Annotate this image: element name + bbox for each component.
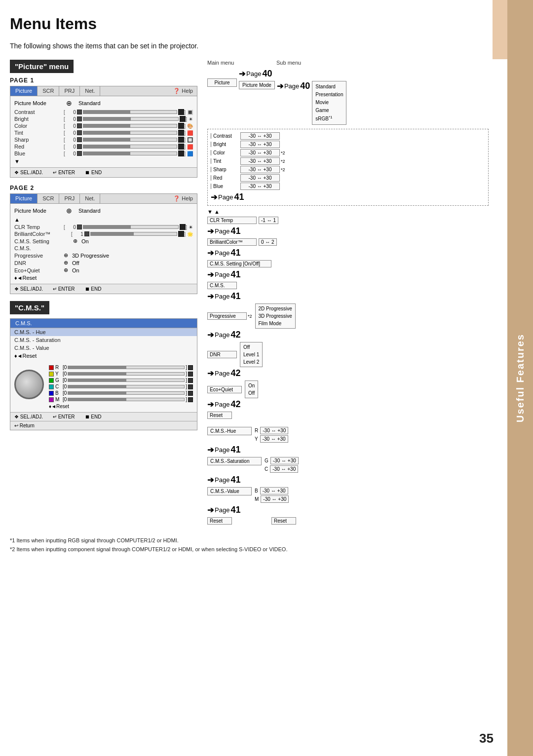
footer-enter-p1: ↵ ENTER: [53, 170, 75, 175]
picture-mode-label-p1: Picture Mode: [14, 100, 64, 106]
diag-sharp-row: Sharp -30 ↔ +30 *2: [211, 166, 485, 173]
tab-picture-p2[interactable]: Picture: [10, 194, 38, 203]
menu-footer-p2: ❖ SEL./ADJ. ↵ ENTER ⏹ END: [10, 284, 197, 294]
menu-row-bright: Bright [ 0 ] ☀: [14, 116, 193, 122]
menu-tab-bar-p1: Picture SCR PRJ Net. ❓ Help: [10, 86, 197, 96]
contrast-group-dashed: Contrast -30 ↔ +30 Bright -30 ↔ +30 Colo…: [207, 129, 489, 206]
tint-slider[interactable]: [77, 130, 184, 136]
cms-reset-label: ♦◄Reset: [10, 352, 197, 362]
tab-prj-p2[interactable]: PRJ: [59, 194, 80, 203]
cms-reset-box: Reset: [207, 517, 232, 525]
cms-diag-row: C.M.S.: [207, 282, 489, 289]
cms-reset-bottom: ♦◄Reset: [49, 404, 193, 409]
menu-row-tint: Tint [ 0 ] 🟥: [14, 130, 193, 136]
sharp-range: -30 ↔ +30: [240, 166, 280, 173]
progressive-label-box: Progressive: [207, 312, 247, 320]
picture-menu-page1-box: Picture SCR PRJ Net. ❓ Help Picture Mode…: [10, 86, 197, 178]
red-slider[interactable]: [77, 144, 184, 150]
cms-hue-label: C.M.S.-Hue: [207, 427, 252, 435]
cms-slider-b: B [ 0 ]: [49, 390, 193, 396]
menu-row-sharp: Sharp [ 0 ] 🔲: [14, 137, 193, 143]
tab-picture-p1[interactable]: Picture: [10, 86, 38, 96]
color-swatch-y: [49, 372, 54, 377]
useful-features-tab: Useful Features: [507, 0, 533, 756]
two-column-layout: "Picture" menu PAGE 1 Picture SCR PRJ Ne…: [10, 60, 489, 527]
color-swatch-g: [49, 378, 54, 383]
intro-text: The following shows the items that can b…: [10, 42, 489, 50]
sub-menu-label: Sub menu: [276, 60, 301, 66]
top-accent-bar: [493, 0, 507, 59]
reset-diag-row: Reset: [207, 412, 489, 419]
blue-range: -30 ↔ +30: [240, 183, 280, 190]
progressive-sub-items: 2D Progressive 3D Progressive Film Mode: [255, 303, 296, 329]
picture-mode-row-p2: Picture Mode ⊕ Standard: [14, 207, 193, 215]
diag-red-row: Red -30 ↔ +30: [211, 174, 485, 182]
page41-brilliant-row: ➔ Page 41: [207, 248, 489, 258]
bright-slider[interactable]: [77, 116, 186, 122]
cms-footer: ❖ SEL./ADJ. ↵ ENTER ⏹ END: [10, 412, 197, 421]
cms-diagram-area: C.M.S.-Hue R -30 ↔ +30 Y -30 ↔ +30 ➔: [207, 427, 489, 525]
blue-slider[interactable]: [77, 151, 184, 156]
color-range: -30 ↔ +30: [240, 149, 280, 156]
menu-row-contrast: Contrast [ 0 ] 🔳: [14, 109, 193, 115]
page41-cmsval-row: ➔ Page 41: [207, 505, 489, 515]
contrast-slider[interactable]: [77, 109, 184, 115]
color-swatch-b: [49, 391, 54, 396]
page40-row: ➔ Page 40: [239, 69, 272, 79]
contrast-label: Contrast: [14, 109, 64, 115]
picture-mode-diag: Picture Mode ➔ Page 40 Standard Presenta…: [239, 81, 346, 125]
contrast-range: -30 ↔ +30: [240, 132, 280, 140]
sharp-slider[interactable]: [77, 137, 184, 143]
cms-val-m-range: -30 ↔ +30: [261, 495, 289, 503]
color-swatch-c: [49, 384, 54, 389]
dnr-label-box: DNR: [207, 351, 237, 358]
page-number: 35: [479, 731, 494, 746]
diag-blue-row: Blue -30 ↔ +30: [211, 183, 485, 190]
ecoquiet-diag-row: Eco+Quiet On Off: [207, 380, 489, 398]
page2-label: PAGE 2: [10, 185, 197, 191]
page-title: Menu Items: [10, 15, 489, 33]
cms-slider-r: R [ 0 ]: [49, 365, 193, 370]
cms-hue-colors: R -30 ↔ +30 Y -30 ↔ +30: [255, 427, 288, 443]
brilliantcolor-diag-row: BrilliantColor™ 0 ↔ 2: [207, 238, 489, 246]
diagram-top-row: Picture ➔ Page 40 Picture Mode ➔ Page: [207, 69, 489, 125]
page42-ecoquiet-row: ➔ Page 42: [207, 399, 489, 410]
menu-row-color: Color [ 0 ] 🎨: [14, 123, 193, 129]
menu-row-cmssetting: C.M.S. Setting ⊕ On: [14, 238, 193, 244]
cms-color-wheel: [14, 370, 44, 399]
cms-sat-c-range: -30 ↔ +30: [270, 465, 298, 473]
menu-body-p2: Picture Mode ⊕ Standard ▲ CLR Temp [ 0: [10, 204, 197, 284]
cms-reset-box2: Reset: [271, 517, 296, 525]
menu-row-cms: C.M.S.: [14, 245, 193, 251]
picture-mode-row-p1: Picture Mode ⊕ Standard: [14, 99, 193, 107]
dnr-diag-row: DNR Off Level 1 Level 2: [207, 342, 489, 367]
tab-help-p2[interactable]: ❓ Help: [169, 194, 197, 203]
tint-range: -30 ↔ +30: [240, 157, 280, 165]
tab-help-p1[interactable]: ❓ Help: [169, 86, 197, 96]
menu-row-red: Red [ 0 ] 🟥: [14, 144, 193, 150]
menu-row-progressive: Progressive ⊕ 3D Progressive: [14, 252, 193, 259]
picture-mode-icon-p1: ⊕: [66, 99, 72, 107]
footnotes: *1 Items when inputting RGB signal throu…: [10, 536, 489, 554]
menu-tab-bar-p2: Picture SCR PRJ Net. ❓ Help: [10, 194, 197, 204]
diagram-header: Main menu Sub menu: [207, 60, 489, 66]
cms-circle-area: R [ 0 ] Y [ 0: [10, 362, 197, 412]
cms-value-diag: C.M.S.-Value B -30 ↔ +30 M -30 ↔ +30: [207, 487, 489, 503]
footnote-1: *1 Items when inputting RGB signal throu…: [10, 536, 489, 545]
color-slider[interactable]: [77, 123, 184, 129]
cms-return-row: ↩ Return: [10, 421, 197, 430]
cms-hue-r-range: -30 ↔ +30: [260, 427, 288, 434]
brilliantcolor-label-box: BrilliantColor™: [207, 238, 257, 246]
ecoquiet-label-box: Eco+Quiet: [207, 386, 242, 393]
tab-net-p1[interactable]: Net.: [80, 86, 100, 96]
tab-scr-p1[interactable]: SCR: [38, 86, 59, 96]
page41-clrtemp-row: ➔ Page 41: [207, 226, 489, 236]
tab-net-p2[interactable]: Net.: [80, 194, 100, 203]
menu-row-dnr: DNR ⊕ Off: [14, 260, 193, 266]
left-column: "Picture" menu PAGE 1 Picture SCR PRJ Ne…: [10, 60, 197, 527]
cms-label-box: C.M.S.: [207, 282, 237, 289]
tab-prj-p1[interactable]: PRJ: [59, 86, 80, 96]
picture-mode-value-p1: Standard: [78, 100, 101, 106]
tab-scr-p2[interactable]: SCR: [38, 194, 59, 203]
cmssetting-label-box: C.M.S. Setting [On/Off]: [207, 260, 271, 267]
